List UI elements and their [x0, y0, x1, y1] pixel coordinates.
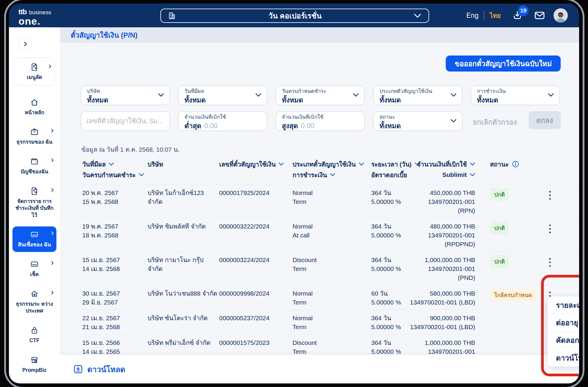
- filter-dropdown-2[interactable]: วันที่มีผล ทั้งหมด: [178, 85, 267, 105]
- filter-dropdown-4[interactable]: ประเภทตั๋วสัญญาใช้เงิน ทั้งหมด: [373, 85, 462, 105]
- context-menu-item-1[interactable]: รายละเอียด: [548, 296, 579, 314]
- table-row[interactable]: 20 พ.ค. 256715 พ.ค. 2568 บริษัท โมก้าเอ็…: [60, 185, 579, 218]
- sidebar-item-prompbiz[interactable]: PrompBiz: [12, 352, 56, 378]
- sort-icon[interactable]: [279, 162, 284, 166]
- cell-dates: 15 เม.ย. 256714 เม.ย. 2568: [82, 252, 148, 276]
- language-thai[interactable]: ไทย: [490, 11, 501, 20]
- search-input[interactable]: [86, 117, 164, 125]
- sidebar-item-ctf[interactable]: CTF: [12, 322, 56, 348]
- header-payment[interactable]: การชำระเงิน: [293, 170, 327, 180]
- row-actions-kebab-button[interactable]: [541, 252, 559, 267]
- sort-icon[interactable]: [109, 162, 114, 166]
- ttb-business-one-logo: ttb business one.: [18, 8, 51, 26]
- amount-min-value: 0.00: [204, 122, 218, 130]
- table-header: วันที่มีผล วันครบกำหนดชำระ บริษัท เลขที่…: [60, 159, 579, 180]
- download-button[interactable]: ดาวน์โหลด: [87, 363, 125, 375]
- sidebar-item-my-loans[interactable]: สินเชื่อของ ฉัน: [12, 226, 56, 252]
- context-menu-item-2[interactable]: ต่ออายุ: [548, 314, 579, 332]
- sidebar-item-label: บัญชีของฉัน: [14, 168, 55, 175]
- sidebar-expand-button[interactable]: [19, 38, 32, 50]
- home-icon: [30, 98, 39, 107]
- table-row[interactable]: 22 เม.ย. 256721 เม.ย. 2568 บริษัท ซันโตะ…: [60, 310, 579, 335]
- chevron-right-icon: [50, 129, 54, 133]
- header-due-date[interactable]: วันครบกำหนดชำระ: [82, 170, 136, 180]
- cell-pn-number: 0000003222/2024: [219, 218, 293, 234]
- column-header-pn-number: เลขที่ตั๋วสัญญาใช้เงิน: [219, 159, 293, 180]
- company-selector[interactable]: วัน คอเปอร์เรชั่น: [160, 9, 429, 23]
- cell-amount-sublimit: 450,000.00 THB1349700201-001 (RPN): [410, 185, 475, 218]
- doc-heart-icon: [30, 63, 39, 72]
- filter-dropdown-5[interactable]: การชำระเงิน ทั้งหมด: [471, 85, 560, 105]
- header-interest-rate: อัตราดอกเบี้ย: [371, 170, 407, 180]
- table-row[interactable]: 30 เม.ย. 256729 มิ.ย. 2567 บริษัท โนว่าเ…: [60, 286, 579, 310]
- messages-button[interactable]: [534, 10, 545, 20]
- header-effective-date[interactable]: วันที่มีผล: [82, 159, 106, 169]
- pn-number-search-field[interactable]: [81, 111, 170, 131]
- sidebar-item-label: จัดการราย การชำระเงินที่ บันทึกไว้: [14, 198, 55, 219]
- cell-dates: 20 พ.ค. 256715 พ.ค. 2568: [82, 185, 148, 209]
- cell-company: บริษัท ซันโตะร่า จำกัด: [148, 310, 219, 326]
- filter-label: ประเภทตั๋วสัญญาใช้เงิน: [380, 88, 448, 94]
- amount-min-field[interactable]: จำนวนเงินที่เบิกใช้ ต่ำสุด0.00: [178, 111, 267, 131]
- sort-icon[interactable]: [330, 173, 335, 177]
- sort-icon[interactable]: [359, 162, 364, 166]
- row-actions-kebab-button[interactable]: [541, 185, 559, 200]
- logo-one: one.: [18, 16, 51, 26]
- header-duration[interactable]: ระยะเวลา (วัน): [371, 159, 412, 169]
- sidebar-item-my-transactions[interactable]: ธุรกรรมของ ฉัน: [12, 124, 56, 149]
- cell-company: บริษัท โนว่าเชน888 จำกัด: [148, 286, 219, 301]
- filter-dropdown-1[interactable]: บริษัท ทั้งหมด: [81, 85, 170, 105]
- sidebar-item-my-accounts[interactable]: บัญชีของฉัน: [12, 153, 56, 179]
- sidebar-item-home[interactable]: หน้าหลัก: [12, 94, 56, 120]
- table-body: 20 พ.ค. 256715 พ.ค. 2568 บริษัท โมก้าเอ็…: [60, 185, 579, 383]
- logo-business: business: [29, 9, 51, 15]
- main-area: ตั๋วสัญญาใช้เงิน (P/N) ขอออกตั๋วสัญญาใช้…: [60, 27, 579, 383]
- status-filter-value: ทั้งหมด: [380, 120, 448, 131]
- chevron-right-icon: [50, 291, 54, 295]
- download-center-button[interactable]: 19: [512, 10, 523, 21]
- chevron-right-icon: [50, 188, 54, 192]
- company-name: วัน คอเปอร์เรชั่น: [176, 10, 414, 22]
- sidebar-item-label: CTF: [14, 337, 55, 344]
- header-status: สถานะ: [490, 159, 509, 169]
- language-english[interactable]: Eng: [466, 12, 478, 20]
- info-icon[interactable]: [512, 160, 519, 168]
- table-row[interactable]: 15 เม.ย. 256714 เม.ย. 2568 บริษัท กามาโน…: [60, 252, 579, 286]
- header-pn-type[interactable]: ประเภทตั๋วสัญญาใช้เงิน: [293, 159, 356, 169]
- filter-dropdown-3[interactable]: วันครบกำหนดชำระ ทั้งหมด: [276, 85, 365, 105]
- filter-label: วันครบกำหนดชำระ: [282, 88, 350, 94]
- apply-filters-button[interactable]: ตกลง: [529, 111, 561, 129]
- app-window: ttb business one. วัน ค: [9, 4, 579, 383]
- card-icon: [30, 230, 39, 239]
- wallet-icon: [30, 157, 39, 166]
- amount-max-field[interactable]: จำนวนเงินที่เบิกใช้ สูงสุด0.00: [276, 111, 365, 131]
- clear-filters-button[interactable]: ยกเลิกตัวกรอง: [473, 116, 517, 128]
- status-filter-label: สถานะ: [380, 114, 448, 120]
- user-avatar[interactable]: [554, 8, 568, 23]
- context-menu-item-3[interactable]: คัดลอก: [548, 332, 579, 349]
- new-pn-request-button[interactable]: ขอออกตั๋วสัญญาใช้เงินฉบับใหม่: [446, 55, 561, 72]
- sidebar-item-saved-payments[interactable]: จัดการราย การชำระเงินที่ บันทึกไว้: [12, 183, 56, 223]
- header-pn-number[interactable]: เลขที่ตั๋วสัญญาใช้เงิน: [219, 159, 276, 169]
- sidebar-item-cheque[interactable]: เช็ค: [12, 256, 56, 282]
- table-row[interactable]: 19 พ.ค. 256718 พ.ค. 2568 บริษัท ชิมพลัสท…: [60, 218, 579, 252]
- sidebar-item-shortcut-menu[interactable]: เมนูลัด: [14, 58, 55, 85]
- cell-amount-sublimit: 1,000,000.00 THB1349700201-001 (PND): [410, 252, 475, 285]
- row-actions-kebab-button[interactable]: [541, 218, 559, 234]
- cell-amount-sublimit: 900,000.00 THB1349700201-001 (LBD): [410, 310, 475, 334]
- status-filter-dropdown[interactable]: สถานะ ทั้งหมด: [373, 111, 462, 131]
- sidebar-item-label: สินเชื่อของ ฉัน: [14, 241, 55, 248]
- sort-icon[interactable]: [470, 162, 475, 166]
- context-menu-item-4[interactable]: ดาวน์โหลด: [548, 349, 579, 367]
- cell-amount-sublimit: 580,000.00 THB1349700201-001 (LBD): [410, 286, 475, 310]
- filter-value: ทั้งหมด: [87, 95, 155, 105]
- sidebar-item-international[interactable]: ธุรกรรมระ หว่างประเทศ: [12, 286, 56, 318]
- download-box-icon: [73, 364, 83, 374]
- cell-pn-number: 0000001575/2023: [219, 335, 293, 350]
- mail-icon: [534, 10, 545, 20]
- footer-bar: ดาวน์โหลด: [60, 355, 579, 383]
- sort-icon[interactable]: [139, 173, 144, 177]
- sort-icon[interactable]: [470, 173, 475, 177]
- header-sublimit[interactable]: Sublimit: [442, 171, 467, 178]
- header-amount[interactable]: จำนวนเงินที่เบิกใช้: [417, 159, 467, 169]
